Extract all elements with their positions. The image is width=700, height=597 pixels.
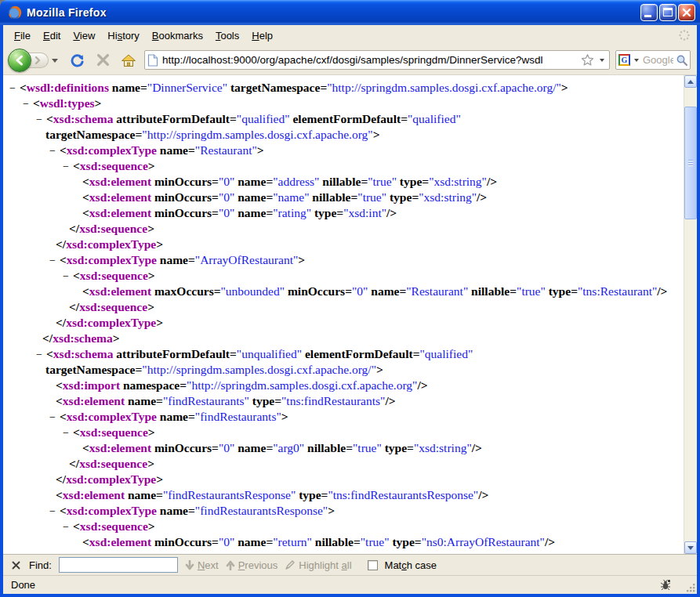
xml-line: targetNamespace="http://springdm.samples… [3,127,684,143]
scroll-down-button[interactable] [684,541,697,554]
chevron-up-icon [687,80,694,84]
menu-edit[interactable]: Edit [37,27,67,45]
extension-bug-icon[interactable] [660,579,672,591]
xml-line: <xsd:element minOccurs="0" name="return"… [3,534,684,550]
find-highlight-button[interactable]: Highlight all [285,559,351,571]
xml-line: −<xsd:complexType name="findRestaurants"… [3,409,684,425]
xml-line: <xsd:import namespace="http://springdm.s… [3,378,684,393]
menu-file[interactable]: File [8,27,37,45]
xml-line: −<xsd:sequence> [3,158,684,174]
stop-icon [96,53,110,67]
navigation-toolbar: G [3,45,697,75]
scroll-up-button[interactable] [684,75,697,88]
find-label: Find: [29,559,52,571]
home-icon [121,53,136,67]
xml-line: <xsd:element minOccurs="0" name="arg0" n… [3,440,684,456]
search-input[interactable] [643,54,673,66]
refresh-icon [70,52,85,67]
minimize-button[interactable] [640,4,658,21]
xml-line: −<xsd:complexType name="ArrayOfRestauran… [3,252,684,268]
xml-line: </xsd:sequence> [3,299,684,315]
throbber-icon [678,29,691,42]
forward-icon [34,56,42,64]
search-engine-dropdown[interactable] [634,59,639,62]
search-magnifier-icon[interactable] [676,54,688,67]
collapse-toggle[interactable]: − [49,253,60,269]
collapse-toggle[interactable]: − [63,519,73,535]
collapse-toggle[interactable]: − [49,504,60,519]
close-icon [681,7,692,18]
status-bar: Done [3,575,697,594]
xml-line: −<xsd:schema attributeFormDefault="unqua… [3,346,684,362]
url-history-dropdown[interactable] [600,59,604,62]
find-next-button[interactable]: Next [185,559,219,571]
collapse-toggle[interactable]: − [63,269,73,284]
close-icon [12,561,20,570]
xml-line: <xsd:element name="findRestaurantsRespon… [3,487,684,503]
maximize-button[interactable] [659,4,676,21]
xml-line: </xsd:schema> [3,331,684,346]
url-bar [144,50,610,70]
maximize-icon [663,8,673,16]
match-case-label[interactable]: Match case [385,559,437,571]
search-box: G [615,50,691,70]
xml-line: <xsd:element name="findRestaurants" type… [3,393,684,409]
bookmark-star-icon[interactable] [581,53,594,67]
back-icon [14,55,25,66]
find-close-button[interactable] [9,559,22,571]
collapse-toggle[interactable]: − [63,159,73,175]
titlebar: Mozilla Firefox [0,0,700,25]
menu-help[interactable]: Help [245,27,279,45]
stop-button[interactable] [92,50,113,71]
close-button[interactable] [678,4,695,21]
xml-line: −<xsd:sequence> [3,519,684,534]
xml-line: <xsd:element minOccurs="0" name="name" n… [3,190,684,205]
xml-line: <xsd:element minOccurs="0" name="rating"… [3,205,684,221]
collapse-toggle[interactable]: − [49,410,60,425]
xml-line: −<xsd:sequence> [3,425,684,440]
find-previous-button[interactable]: Previous [226,559,278,571]
xml-line: <xsd:element minOccurs="0" name="address… [3,174,684,190]
status-text: Done [11,579,654,591]
find-bar: Find: Next Previous [3,554,697,575]
xml-line: </xsd:complexType> [3,237,684,252]
match-case-checkbox[interactable] [368,560,378,570]
menu-bookmarks[interactable]: Bookmarks [146,27,209,45]
resize-grip-icon[interactable] [684,581,696,593]
collapse-toggle[interactable]: − [36,347,46,363]
firefox-window: Mozilla Firefox File Edit View History B… [0,0,700,597]
back-forward-menu-button[interactable] [52,59,58,63]
collapse-toggle[interactable]: − [9,81,20,96]
browser-content: −<wsdl:definitions name="DinnerService" … [3,75,697,554]
menu-bar: File Edit View History Bookmarks Tools H… [3,25,697,45]
url-input[interactable] [162,54,577,66]
back-button[interactable] [8,49,31,72]
scrollbar-thumb[interactable] [684,107,697,219]
menu-view[interactable]: View [67,27,101,45]
xml-line: −<xsd:sequence> [3,268,684,284]
xml-line: </xsd:complexType> [3,315,684,331]
window-frame: File Edit View History Bookmarks Tools H… [0,25,700,597]
collapse-toggle[interactable]: − [49,143,60,159]
xml-line: −<xsd:complexType name="Restaurant"> [3,143,684,158]
refresh-button[interactable] [67,50,87,71]
collapse-toggle[interactable]: − [23,96,33,112]
firefox-icon [8,5,22,20]
xml-line: −<wsdl:definitions name="DinnerService" … [3,80,684,96]
find-input[interactable] [59,557,178,573]
search-engine-icon[interactable]: G [618,54,630,66]
chevron-down-icon [687,546,694,550]
xml-line: </xsd:sequence> [3,221,684,237]
xml-line: </xsd:sequence> [3,456,684,472]
menu-history[interactable]: History [101,27,145,45]
vertical-scrollbar[interactable] [684,75,697,554]
xml-line: </xsd:complexType> [3,472,684,487]
collapse-toggle[interactable]: − [63,425,73,441]
minimize-icon [644,15,651,17]
menu-tools[interactable]: Tools [209,27,245,45]
xml-line: −<xsd:complexType name="findRestaurantsR… [3,503,684,519]
collapse-toggle[interactable]: − [36,112,46,128]
home-button[interactable] [118,50,139,71]
xml-line: targetNamespace="http://springdm.samples… [3,362,684,378]
window-title: Mozilla Firefox [27,6,640,19]
